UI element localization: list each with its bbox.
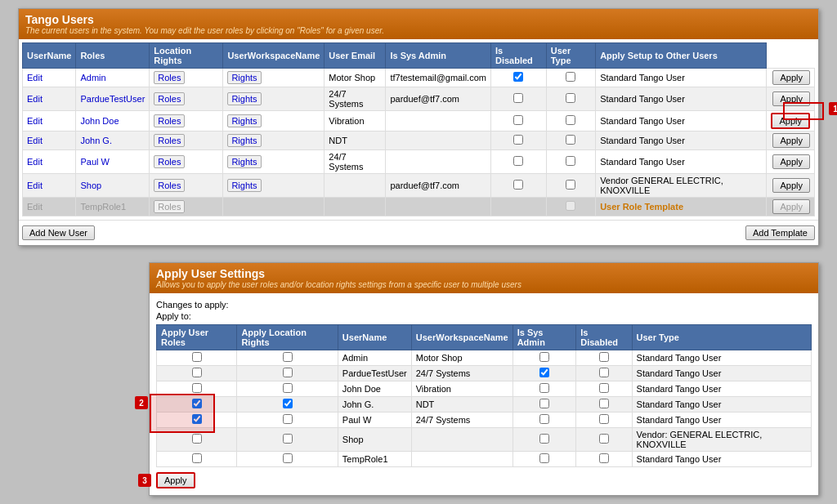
username-link[interactable]: TempRole1 [80, 202, 126, 212]
rights-link[interactable]: Rights [227, 134, 261, 147]
apply-workspace-cell [411, 428, 512, 452]
edit-link[interactable]: Edit [27, 157, 43, 167]
sysadmin-checkbox[interactable] [513, 93, 523, 103]
roles-link[interactable]: Roles [154, 179, 185, 192]
apply-disabled-checkbox[interactable] [599, 453, 609, 463]
apply-button[interactable]: Apply [772, 133, 810, 148]
apply-disabled-checkbox[interactable] [599, 368, 609, 377]
apply-sysadmin-checkbox[interactable] [539, 453, 549, 463]
disabled-checkbox[interactable] [566, 115, 575, 125]
apply-disabled-checkbox[interactable] [599, 352, 609, 362]
rights-link[interactable]: Rights [227, 179, 261, 192]
apply-roles-checkbox[interactable] [192, 399, 202, 408]
sysadmin-checkbox[interactable] [513, 180, 523, 190]
apply-disabled-cell [576, 366, 632, 381]
disabled-checkbox[interactable] [566, 180, 575, 190]
edit-link[interactable]: Edit [27, 73, 43, 83]
usertype-cell: Standard Tango User [596, 132, 767, 150]
roles-link[interactable]: Roles [154, 200, 185, 213]
roles-link[interactable]: Roles [154, 71, 185, 84]
apply-button[interactable]: Apply [772, 70, 810, 85]
apply-sysadmin-checkbox[interactable] [539, 368, 549, 377]
rights-link[interactable]: Rights [227, 92, 261, 105]
disabled-checkbox[interactable] [566, 135, 575, 145]
apply-settings-button[interactable]: Apply [156, 472, 195, 488]
apply-disabled-checkbox[interactable] [599, 414, 609, 424]
apply-rights-checkbox[interactable] [283, 434, 293, 444]
apply-roles-checkbox[interactable] [192, 368, 202, 377]
sysadmin-checkbox[interactable] [513, 156, 523, 166]
apply-roles-checkbox[interactable] [192, 453, 202, 463]
username-link[interactable]: PardueTestUser [80, 94, 145, 104]
apply-disabled-checkbox[interactable] [599, 434, 609, 444]
username-link[interactable]: Admin [80, 73, 105, 83]
disabled-checkbox[interactable] [566, 156, 575, 166]
apply-sysadmin-checkbox[interactable] [539, 383, 549, 393]
username-link[interactable]: John Doe [80, 116, 119, 126]
sysadmin-checkbox[interactable] [513, 72, 523, 82]
tango-users-panel: Tango Users The current users in the sys… [18, 8, 819, 246]
roles-link[interactable]: Roles [154, 134, 185, 147]
email-cell [386, 132, 491, 150]
apply-col-roles: Apply User Roles [157, 325, 237, 350]
username-link[interactable]: John G. [80, 136, 112, 145]
edit-link[interactable]: Edit [27, 94, 43, 104]
apply-rights-checkbox[interactable] [283, 352, 293, 362]
workspace-cell: Motor Shop [325, 69, 386, 87]
apply-sysadmin-checkbox[interactable] [539, 399, 549, 408]
apply-roles-checkbox[interactable] [192, 352, 202, 362]
rights-link[interactable]: Rights [227, 71, 261, 84]
apply-settings-subtitle: Allows you to apply the user roles and/o… [156, 280, 812, 289]
apply-button[interactable]: Apply [772, 154, 810, 169]
apply-username-cell: John G. [338, 397, 411, 413]
apply-sysadmin-checkbox[interactable] [539, 434, 549, 444]
apply-roles-checkbox[interactable] [192, 383, 202, 393]
apply-rights-checkbox[interactable] [283, 414, 293, 424]
apply-roles-cell [157, 452, 237, 467]
rights-link[interactable]: Rights [227, 155, 261, 168]
apply-button[interactable]: Apply [772, 178, 810, 193]
apply-rights-cell [237, 350, 338, 366]
disabled-checkbox[interactable] [566, 93, 575, 103]
apply-rights-checkbox[interactable] [283, 453, 293, 463]
edit-link[interactable]: Edit [27, 116, 43, 126]
apply-button[interactable]: Apply [772, 199, 810, 214]
apply-rights-checkbox[interactable] [283, 383, 293, 393]
edit-link[interactable]: Edit [27, 181, 43, 190]
username-link[interactable]: Shop [80, 181, 101, 190]
apply-rights-checkbox[interactable] [283, 368, 293, 377]
disabled-checkbox[interactable] [566, 72, 575, 82]
roles-link[interactable]: Roles [154, 92, 185, 105]
roles-link[interactable]: Roles [154, 114, 185, 127]
workspace-cell: 24/7 Systems [325, 87, 386, 111]
sysadmin-cell [490, 198, 546, 216]
apply-disabled-checkbox[interactable] [599, 383, 609, 393]
apply-roles-checkbox[interactable] [192, 434, 202, 444]
sysadmin-checkbox[interactable] [513, 135, 523, 145]
apply-sysadmin-cell [512, 452, 576, 467]
workspace-cell: NDT [325, 132, 386, 150]
apply-sysadmin-checkbox[interactable] [539, 414, 549, 424]
apply-disabled-checkbox[interactable] [599, 399, 609, 408]
edit-link[interactable]: Edit [27, 136, 43, 145]
apply-usertype-cell: Standard Tango User [632, 397, 811, 413]
sysadmin-cell [490, 174, 546, 198]
rights-link[interactable]: Rights [227, 114, 261, 127]
apply-workspace-cell: 24/7 Systems [411, 366, 512, 381]
email-cell: parduef@tf7.com [386, 174, 491, 198]
col-apply: Apply Setup to Other Users [596, 43, 767, 69]
apply-sysadmin-checkbox[interactable] [539, 352, 549, 362]
apply-disabled-cell [576, 381, 632, 397]
apply-roles-checkbox[interactable] [192, 414, 202, 424]
sysadmin-checkbox[interactable] [513, 115, 523, 125]
sysadmin-cell [490, 69, 546, 87]
add-new-user-button[interactable]: Add New User [22, 225, 95, 240]
apply-username-cell: John Doe [338, 381, 411, 397]
col-workspace: UserWorkspaceName [223, 43, 325, 69]
roles-link[interactable]: Roles [154, 155, 185, 168]
username-link[interactable]: Paul W [80, 157, 109, 167]
apply-rights-checkbox[interactable] [283, 399, 293, 408]
add-template-button[interactable]: Add Template [745, 225, 815, 240]
col-email: User Email [325, 43, 386, 69]
apply-sysadmin-cell [512, 381, 576, 397]
